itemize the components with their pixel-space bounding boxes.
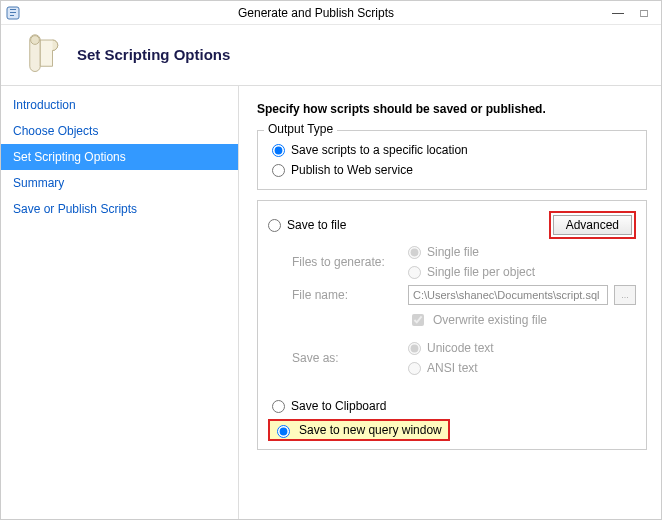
save-to-new-query-wrap: Save to new query window — [268, 419, 636, 441]
files-to-generate-row: Files to generate: Single file Single fi… — [292, 245, 636, 279]
radio-ansi-label: ANSI text — [427, 361, 478, 375]
radio-save-to-clipboard-input[interactable] — [272, 400, 285, 413]
output-type-legend: Output Type — [264, 122, 337, 136]
radio-save-to-file-label: Save to file — [287, 218, 346, 232]
radio-save-to-location-input[interactable] — [272, 144, 285, 157]
radio-publish-web-label: Publish to Web service — [291, 163, 413, 177]
radio-single-file-label: Single file — [427, 245, 479, 259]
file-name-label: File name: — [292, 288, 402, 302]
wizard-window: Generate and Publish Scripts — □ Set Scr… — [0, 0, 662, 520]
sidebar-item-save-or-publish[interactable]: Save or Publish Scripts — [1, 196, 238, 222]
destination-group: Save to file Advanced Files to generate:… — [257, 200, 647, 450]
browse-button: … — [614, 285, 636, 305]
save-to-new-query-highlight: Save to new query window — [268, 419, 450, 441]
overwrite-label: Overwrite existing file — [433, 313, 547, 327]
radio-unicode-input — [408, 342, 421, 355]
files-to-generate-label: Files to generate: — [292, 255, 402, 269]
sidebar-item-choose-objects[interactable]: Choose Objects — [1, 118, 238, 144]
app-icon — [5, 5, 21, 21]
file-name-input — [408, 285, 608, 305]
overwrite-row: Overwrite existing file — [292, 311, 636, 329]
window-title: Generate and Publish Scripts — [27, 6, 605, 20]
titlebar: Generate and Publish Scripts — □ — [1, 1, 661, 25]
overwrite-checkbox — [412, 314, 424, 326]
advanced-button[interactable]: Advanced — [553, 215, 632, 235]
sidebar-item-summary[interactable]: Summary — [1, 170, 238, 196]
radio-ansi-input — [408, 362, 421, 375]
wizard-body: Introduction Choose Objects Set Scriptin… — [1, 85, 661, 519]
radio-single-file: Single file — [408, 245, 479, 259]
svg-point-1 — [31, 36, 40, 45]
radio-publish-web[interactable]: Publish to Web service — [272, 163, 636, 177]
radio-save-to-new-query-input[interactable] — [277, 425, 290, 438]
sidebar-item-set-scripting-options[interactable]: Set Scripting Options — [1, 144, 238, 170]
radio-ansi: ANSI text — [408, 361, 478, 375]
save-as-label: Save as: — [292, 351, 402, 365]
radio-unicode-label: Unicode text — [427, 341, 494, 355]
destination-head: Save to file Advanced — [268, 211, 636, 239]
save-to-file-sub: Files to generate: Single file Single fi… — [292, 245, 636, 375]
radio-save-to-location-label: Save scripts to a specific location — [291, 143, 468, 157]
radio-single-file-input — [408, 246, 421, 259]
radio-save-to-file-input[interactable] — [268, 219, 281, 232]
page-heading: Set Scripting Options — [77, 46, 230, 63]
radio-single-file-per-object-input — [408, 266, 421, 279]
radio-save-to-file[interactable]: Save to file — [268, 218, 346, 232]
radio-single-file-per-object: Single file per object — [408, 265, 535, 279]
scroll-icon — [21, 33, 63, 75]
content-pane: Specify how scripts should be saved or p… — [239, 86, 661, 519]
wizard-header: Set Scripting Options — [1, 25, 661, 85]
radio-save-to-location[interactable]: Save scripts to a specific location — [272, 143, 636, 157]
minimize-button[interactable]: — — [605, 6, 631, 20]
radio-save-to-clipboard-label: Save to Clipboard — [291, 399, 386, 413]
sidebar-item-introduction[interactable]: Introduction — [1, 92, 238, 118]
advanced-highlight: Advanced — [549, 211, 636, 239]
save-as-row: Save as: Unicode text ANSI text — [292, 341, 636, 375]
file-name-row: File name: … — [292, 285, 636, 305]
wizard-sidebar: Introduction Choose Objects Set Scriptin… — [1, 86, 239, 519]
radio-publish-web-input[interactable] — [272, 164, 285, 177]
radio-save-to-new-query-label: Save to new query window — [299, 423, 442, 437]
maximize-button[interactable]: □ — [631, 6, 657, 20]
instruction-text: Specify how scripts should be saved or p… — [257, 102, 647, 116]
output-type-group: Output Type Save scripts to a specific l… — [257, 130, 647, 190]
radio-unicode: Unicode text — [408, 341, 494, 355]
radio-save-to-clipboard[interactable]: Save to Clipboard — [272, 399, 636, 413]
radio-single-file-per-object-label: Single file per object — [427, 265, 535, 279]
